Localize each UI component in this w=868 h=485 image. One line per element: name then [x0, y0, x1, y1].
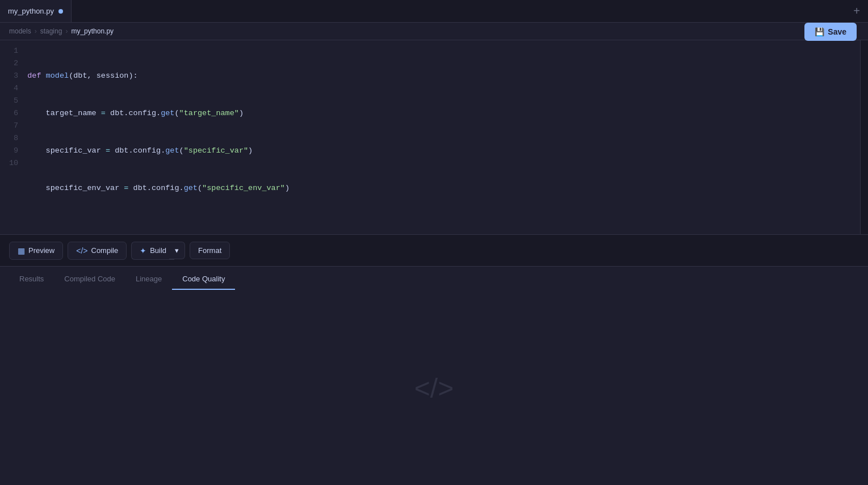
- unsaved-indicator: [58, 9, 63, 14]
- build-dropdown-button[interactable]: ▾: [169, 242, 185, 259]
- file-tab[interactable]: my_python.py: [0, 0, 72, 22]
- code-editor[interactable]: 1 2 3 4 5 6 7 8 9 10 def model(dbt, sess…: [0, 40, 860, 234]
- chevron-down-icon: ▾: [175, 246, 179, 255]
- preview-button[interactable]: ▦ Preview: [9, 242, 63, 260]
- build-icon: ✦: [140, 246, 146, 255]
- code-line-5: [27, 220, 851, 232]
- tab-bar: my_python.py +: [0, 0, 868, 23]
- save-icon: 💾: [815, 27, 824, 36]
- line-numbers: 1 2 3 4 5 6 7 8 9 10: [0, 45, 27, 230]
- code-content[interactable]: def model(dbt, session): target_name = d…: [27, 45, 860, 230]
- preview-icon: ▦: [18, 246, 25, 255]
- build-button[interactable]: ✦ Build: [131, 242, 174, 260]
- breadcrumb: models › staging › my_python.py: [0, 23, 868, 40]
- bottom-tabs: Results Compiled Code Lineage Code Quali…: [0, 266, 868, 291]
- compile-label: Compile: [91, 246, 119, 255]
- save-button[interactable]: 💾 Save: [804, 23, 857, 41]
- tab-results[interactable]: Results: [9, 269, 54, 290]
- tab-code-quality[interactable]: Code Quality: [172, 269, 235, 290]
- preview-label: Preview: [28, 246, 54, 255]
- breadcrumb-file[interactable]: my_python.py: [71, 27, 114, 35]
- code-line-2: target_name = dbt.config.get("target_nam…: [27, 107, 851, 120]
- scrollbar[interactable]: [860, 40, 868, 234]
- editor-container: 1 2 3 4 5 6 7 8 9 10 def model(dbt, sess…: [0, 40, 868, 234]
- tab-lineage[interactable]: Lineage: [125, 269, 172, 290]
- tab-compiled-code[interactable]: Compiled Code: [54, 269, 125, 290]
- save-label: Save: [828, 27, 846, 36]
- format-label: Format: [198, 246, 221, 255]
- empty-state-icon: </>: [414, 373, 454, 404]
- compile-icon: </>: [76, 246, 87, 255]
- breadcrumb-models[interactable]: models: [9, 27, 31, 35]
- code-line-1: def model(dbt, session):: [27, 70, 851, 82]
- add-tab-button[interactable]: +: [845, 0, 868, 22]
- format-button[interactable]: Format: [190, 242, 230, 259]
- bottom-content-panel: </>: [0, 291, 868, 485]
- code-area[interactable]: 1 2 3 4 5 6 7 8 9 10 def model(dbt, sess…: [0, 40, 860, 234]
- breadcrumb-staging[interactable]: staging: [40, 27, 62, 35]
- build-label: Build: [150, 246, 166, 255]
- code-line-3: specific_var = dbt.config.get("specific_…: [27, 145, 851, 157]
- bottom-toolbar: ▦ Preview </> Compile ✦ Build ▾ Format: [0, 234, 868, 266]
- compile-button[interactable]: </> Compile: [68, 242, 127, 260]
- code-line-4: specific_env_var = dbt.config.get("speci…: [27, 182, 851, 195]
- build-group: ✦ Build ▾: [131, 242, 185, 260]
- tab-filename: my_python.py: [8, 7, 54, 15]
